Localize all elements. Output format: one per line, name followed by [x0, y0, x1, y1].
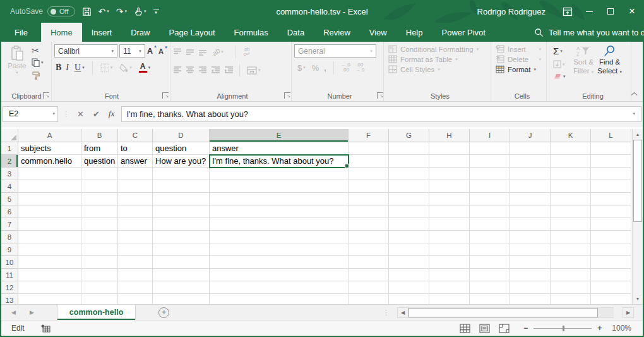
copy-button[interactable]: ▾: [30, 58, 45, 68]
cell-G9[interactable]: [389, 243, 429, 256]
sort-filter-button[interactable]: AZ Sort & Filter ▾: [573, 44, 593, 90]
borders-button[interactable]: ▾: [99, 63, 114, 73]
cell-J12[interactable]: [510, 281, 551, 294]
cell-A9[interactable]: [18, 243, 81, 256]
row-header-10[interactable]: 10: [1, 256, 18, 269]
cell-J1[interactable]: [510, 142, 551, 155]
cell-styles-button[interactable]: Cell Styles▾: [388, 65, 488, 73]
cell-L8[interactable]: [591, 231, 631, 243]
fill-color-dropdown-arrow[interactable]: ▾: [129, 65, 132, 70]
find-select-button[interactable]: Find & Select ▾: [597, 44, 622, 90]
cell-J5[interactable]: [510, 193, 551, 205]
row-header-2[interactable]: 2: [1, 155, 18, 168]
cell-B2[interactable]: question: [81, 155, 118, 168]
cell-D13[interactable]: [153, 294, 210, 304]
scroll-down-arrow[interactable]: ▼: [633, 293, 643, 304]
align-center-button[interactable]: [186, 66, 194, 75]
undo-dropdown-arrow[interactable]: ▾: [107, 9, 109, 14]
cell-I12[interactable]: [470, 281, 510, 294]
cell-B7[interactable]: [81, 218, 118, 231]
comma-style-button[interactable]: ,: [324, 63, 326, 73]
vertical-scroll-thumb[interactable]: [633, 140, 642, 222]
cell-C1[interactable]: to: [118, 142, 153, 155]
merge-center-button[interactable]: ▾: [246, 66, 262, 75]
cell-I2[interactable]: [470, 155, 510, 168]
cell-C2[interactable]: answer: [118, 155, 153, 168]
cell-J13[interactable]: [510, 294, 551, 304]
row-header-11[interactable]: 11: [1, 269, 18, 281]
cell-J4[interactable]: [510, 180, 551, 193]
cell-L4[interactable]: [591, 180, 631, 193]
cell-E10[interactable]: [210, 256, 349, 269]
cell-E5[interactable]: [210, 193, 349, 205]
cell-I8[interactable]: [470, 231, 510, 243]
paste-dropdown-arrow[interactable]: ▾: [16, 70, 18, 75]
fill-dropdown-arrow[interactable]: ▾: [563, 62, 565, 67]
row-header-12[interactable]: 12: [1, 281, 18, 294]
cell-B3[interactable]: [81, 168, 118, 180]
cell-A11[interactable]: [18, 269, 81, 281]
cell-A8[interactable]: [18, 231, 81, 243]
cell-F3[interactable]: [349, 168, 389, 180]
cell-E6[interactable]: [210, 205, 349, 218]
cell-I13[interactable]: [470, 294, 510, 304]
cell-G8[interactable]: [389, 231, 429, 243]
save-button[interactable]: [82, 7, 92, 16]
cell-B4[interactable]: [81, 180, 118, 193]
font-dialog-launcher[interactable]: ↘: [162, 92, 169, 99]
bold-button[interactable]: B: [56, 63, 61, 73]
column-header-J[interactable]: J: [510, 129, 551, 142]
decrease-font-size-button[interactable]: A▼: [158, 47, 167, 55]
cell-G4[interactable]: [389, 180, 429, 193]
cell-L10[interactable]: [591, 256, 631, 269]
cell-A5[interactable]: [18, 193, 81, 205]
cell-F4[interactable]: [349, 180, 389, 193]
cell-C3[interactable]: [118, 168, 153, 180]
accounting-dropdown-arrow[interactable]: ▾: [303, 65, 306, 70]
column-header-L[interactable]: L: [591, 129, 631, 142]
cell-C6[interactable]: [118, 205, 153, 218]
touch-mode-dropdown-arrow[interactable]: ▾: [144, 9, 146, 14]
cell-G11[interactable]: [389, 269, 429, 281]
confirm-entry-button[interactable]: ✔: [93, 109, 100, 119]
clipboard-dialog-launcher[interactable]: ↘: [43, 92, 49, 99]
tab-formulas[interactable]: Formulas: [225, 23, 278, 42]
tab-insert[interactable]: Insert: [82, 23, 122, 42]
cell-K7[interactable]: [551, 218, 591, 231]
cell-F1[interactable]: [349, 142, 389, 155]
cell-E3[interactable]: [210, 168, 349, 180]
customize-quick-access-button[interactable]: ▾: [153, 9, 159, 14]
vertical-scrollbar[interactable]: ▲ ▼: [632, 129, 643, 304]
autosave-pill[interactable]: Off: [47, 6, 75, 16]
cell-H4[interactable]: [429, 180, 470, 193]
cell-J11[interactable]: [510, 269, 551, 281]
cell-D5[interactable]: [153, 193, 210, 205]
decrease-decimal-button[interactable]: .00→.0: [355, 63, 365, 73]
cell-J2[interactable]: [510, 155, 551, 168]
cell-C8[interactable]: [118, 231, 153, 243]
horizontal-scroll-thumb[interactable]: [408, 308, 598, 317]
cell-I10[interactable]: [470, 256, 510, 269]
formula-bar-expand-arrow[interactable]: ▾: [633, 111, 635, 116]
increase-font-size-button[interactable]: A▲: [147, 46, 157, 56]
cell-K3[interactable]: [551, 168, 591, 180]
name-box[interactable]: E2▾: [3, 106, 58, 122]
percent-style-button[interactable]: %: [312, 63, 319, 73]
minimize-button[interactable]: [578, 0, 600, 23]
cell-H11[interactable]: [429, 269, 470, 281]
column-header-G[interactable]: G: [389, 129, 429, 142]
cell-F7[interactable]: [349, 218, 389, 231]
delete-dropdown-arrow[interactable]: ▾: [539, 57, 541, 62]
font-color-button[interactable]: A ▾: [138, 63, 152, 73]
cell-F9[interactable]: [349, 243, 389, 256]
sheet-tab-active[interactable]: common-hello: [57, 305, 136, 320]
cell-K9[interactable]: [551, 243, 591, 256]
autosum-button[interactable]: Σ▾: [552, 46, 569, 56]
cell-F12[interactable]: [349, 281, 389, 294]
cell-K4[interactable]: [551, 180, 591, 193]
cell-G1[interactable]: [389, 142, 429, 155]
tab-file[interactable]: File: [1, 23, 41, 42]
cell-G13[interactable]: [389, 294, 429, 304]
tab-data[interactable]: Data: [278, 23, 314, 42]
font-name-select[interactable]: Calibri▾: [54, 44, 117, 58]
